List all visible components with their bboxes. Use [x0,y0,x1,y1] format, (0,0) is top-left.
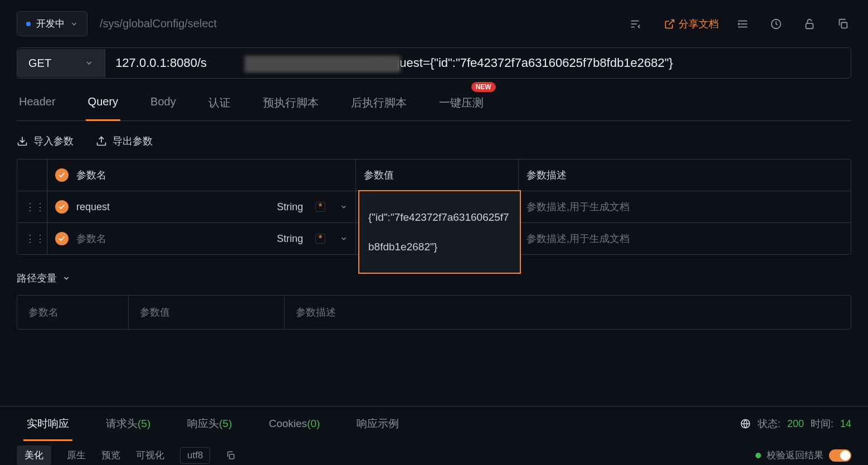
status-dot-icon [26,22,31,26]
tab-stress-test[interactable]: 一键压测 NEW [437,90,486,120]
resp-tab-request-headers[interactable]: 请求头(5) [96,406,160,441]
http-method-select[interactable]: GET [17,49,105,78]
pv-value-input[interactable]: 参数值 [129,296,285,329]
chevron-down-icon[interactable] [340,235,348,243]
validate-status-icon [755,453,761,458]
param-name-input[interactable]: request [76,201,269,213]
share-icon [664,18,675,30]
query-params-table: 参数名 参数值 参数描述 ⋮⋮ request String * 参数描述,用于… [17,159,851,255]
param-type-label: String [277,201,303,213]
row-enable-toggle[interactable] [55,200,69,214]
request-url-input[interactable]: 127.0.0.1:8080/s t?request={"id":"7fe423… [105,48,851,78]
param-type-label: String [277,233,303,245]
tab-auth[interactable]: 认证 [206,90,233,120]
blurred-region [245,56,401,72]
new-badge: NEW [471,82,496,92]
api-path-input[interactable] [94,12,616,36]
tab-body[interactable]: Body [148,90,178,120]
sub-tab-visual[interactable]: 可视化 [136,445,164,465]
drag-handle-icon[interactable]: ⋮⋮ [25,232,39,245]
svg-line-3 [669,20,674,25]
time-label: 时间: [811,417,833,430]
encoding-select[interactable]: utf8 [180,447,210,464]
param-name-input[interactable]: 参数名 [76,232,269,245]
resp-tab-cookies[interactable]: Cookies(0) [259,408,330,440]
col-value-header: 参数值 [356,159,519,191]
time-value: 14 [840,418,851,430]
sub-tab-beautify[interactable]: 美化 [17,445,51,465]
resp-tab-response-headers[interactable]: 响应头(5) [177,406,242,441]
pv-name-input[interactable]: 参数名 [17,296,129,329]
drag-handle-icon[interactable]: ⋮⋮ [25,201,39,213]
status-label: 状态: [758,417,781,430]
status-code: 200 [787,418,804,430]
chevron-down-icon [70,20,78,28]
unlock-icon[interactable] [801,16,818,32]
col-name-header: 参数名 [47,159,356,191]
param-desc-input[interactable]: 参数描述,用于生成文档 [526,200,630,214]
resp-tab-realtime[interactable]: 实时响应 [17,406,79,441]
indent-icon[interactable] [734,16,751,32]
format-icon[interactable] [623,18,648,30]
param-row: ⋮⋮ request String * 参数描述,用于生成文档 {"id":"7… [17,191,851,223]
chevron-down-icon [85,59,94,67]
copy-icon[interactable] [835,16,851,32]
method-label: GET [28,57,51,70]
pv-desc-input[interactable]: 参数描述 [285,296,851,329]
upload-icon [96,135,107,147]
import-params-button[interactable]: 导入参数 [17,134,74,148]
history-icon[interactable] [768,16,784,32]
tab-pre-script[interactable]: 预执行脚本 [261,90,321,120]
tab-post-script[interactable]: 后执行脚本 [349,90,409,120]
row-enable-toggle[interactable] [55,232,69,245]
chevron-down-icon [62,274,70,282]
validate-label: 校验返回结果 [767,449,823,462]
tab-query[interactable]: Query [86,90,120,120]
resp-tab-example[interactable]: 响应示例 [347,406,409,441]
share-doc-button[interactable]: 分享文档 [655,13,728,35]
svg-rect-9 [841,22,847,28]
status-select[interactable]: 开发中 [17,11,87,36]
globe-icon[interactable] [740,418,751,429]
export-params-button[interactable]: 导出参数 [96,134,153,148]
check-all-toggle[interactable] [55,168,69,182]
path-variables-table: 参数名 参数值 参数描述 [17,295,851,330]
param-value-editor[interactable]: {"id":"7fe42372f7a63160625f7b8fdb1e2682"… [358,190,521,274]
chevron-down-icon[interactable] [340,203,348,211]
col-drag [17,159,47,191]
required-indicator[interactable]: * [315,234,325,244]
copy-response-icon[interactable] [226,447,236,464]
param-desc-input[interactable]: 参数描述,用于生成文档 [526,232,630,245]
status-label: 开发中 [36,17,65,30]
svg-rect-14 [230,454,234,458]
sub-tab-raw[interactable]: 原生 [67,445,86,465]
share-label: 分享文档 [679,17,719,31]
download-icon [17,135,28,147]
col-desc-header: 参数描述 [519,159,851,191]
required-indicator[interactable]: * [315,202,325,212]
sub-tab-preview[interactable]: 预览 [101,445,120,465]
validate-toggle[interactable] [829,449,851,462]
tab-header[interactable]: Header [17,90,58,120]
svg-rect-8 [806,23,813,28]
